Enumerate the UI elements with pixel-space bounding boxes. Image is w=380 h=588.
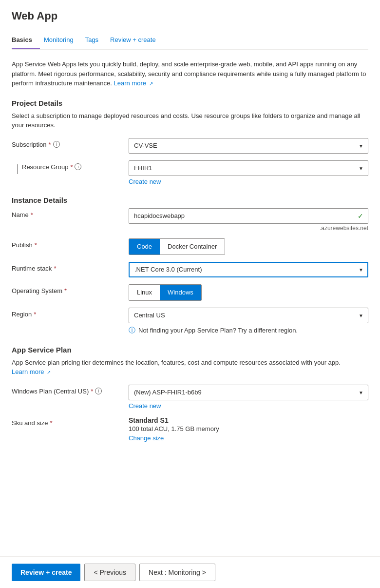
runtime-stack-select[interactable]: .NET Core 3.0 (Current) [129, 262, 368, 277]
os-label: Operating System * [12, 284, 129, 294]
sku-change-size-link[interactable]: Change size [129, 434, 368, 442]
review-create-button[interactable]: Review + create [12, 564, 80, 581]
sku-detail: 100 total ACU, 1.75 GB memory [129, 425, 368, 432]
publish-docker-button[interactable]: Docker Container [160, 239, 225, 255]
publish-code-button[interactable]: Code [129, 239, 160, 255]
subscription-label: Subscription * i [12, 138, 129, 148]
resource-group-row: Resource Group * i FHIR1 ▼ Create new [12, 160, 368, 185]
region-row: Region * Central US ▼ ⓘ Not finding your… [12, 308, 368, 335]
bottom-bar: Review + create < Previous Next : Monito… [0, 556, 380, 588]
resource-group-control: FHIR1 ▼ Create new [129, 160, 368, 185]
intro-learn-more-link[interactable]: Learn more ↗ [114, 79, 153, 87]
windows-plan-label: Windows Plan (Central US) * i [12, 385, 129, 395]
app-service-plan-desc: App Service plan pricing tier determines… [12, 358, 368, 377]
name-input[interactable] [129, 208, 368, 224]
name-row: Name * ✓ .azurewebsites.net [12, 208, 368, 232]
subscription-info-icon[interactable]: i [53, 141, 60, 148]
region-control: Central US ▼ ⓘ Not finding your App Serv… [129, 308, 368, 335]
region-hint: ⓘ Not finding your App Service Plan? Try… [129, 326, 368, 335]
publish-required: * [35, 241, 37, 249]
previous-button[interactable]: < Previous [84, 564, 135, 581]
project-details-title: Project Details [12, 99, 368, 107]
sku-size-label: Sku and size * [12, 416, 129, 427]
tab-review-create[interactable]: Review + create [110, 31, 164, 49]
os-control: Linux Windows [129, 284, 368, 301]
name-input-wrapper: ✓ [129, 208, 368, 224]
sku-title: Standard S1 [129, 416, 368, 424]
external-link-icon: ↗ [149, 80, 153, 87]
runtime-stack-control: .NET Core 3.0 (Current) ▼ [129, 262, 368, 277]
resource-group-select-wrapper: FHIR1 ▼ [129, 160, 368, 176]
name-check-icon: ✓ [358, 212, 363, 220]
tab-monitoring[interactable]: Monitoring [44, 31, 81, 49]
app-service-plan-learn-more-link[interactable]: Learn more ↗ [12, 368, 51, 375]
app-service-plan-title: App Service Plan [12, 346, 368, 354]
resource-group-required: * [70, 163, 73, 171]
name-required: * [31, 211, 33, 218]
resource-group-label-area: Resource Group * i [12, 160, 129, 174]
os-linux-button[interactable]: Linux [129, 285, 160, 300]
os-required: * [64, 287, 67, 294]
resource-group-info-icon[interactable]: i [75, 163, 81, 170]
windows-plan-control: (New) ASP-FHIR1-b6b9 ▼ Create new [129, 385, 368, 410]
windows-plan-info-icon[interactable]: i [95, 388, 102, 394]
sku-size-control: Standard S1 100 total ACU, 1.75 GB memor… [129, 416, 368, 442]
runtime-stack-select-wrapper: .NET Core 3.0 (Current) ▼ [129, 262, 368, 277]
windows-plan-create-new-link[interactable]: Create new [129, 402, 368, 410]
runtime-stack-required: * [54, 265, 56, 272]
windows-plan-row: Windows Plan (Central US) * i (New) ASP-… [12, 385, 368, 410]
publish-label: Publish * [12, 238, 129, 249]
region-label: Region * [12, 308, 129, 318]
region-select-wrapper: Central US ▼ [129, 308, 368, 323]
instance-details-title: Instance Details [12, 196, 368, 204]
resource-group-label: Resource Group * i [22, 163, 81, 171]
os-windows-button[interactable]: Windows [160, 285, 201, 300]
region-info-circle-icon: ⓘ [129, 326, 135, 335]
publish-row: Publish * Code Docker Container [12, 238, 368, 255]
region-select[interactable]: Central US [129, 308, 368, 323]
tabs-bar: Basics Monitoring Tags Review + create [12, 31, 368, 50]
sku-size-row: Sku and size * Standard S1 100 total ACU… [12, 416, 368, 442]
subscription-select-wrapper: CV-VSE ▼ [129, 138, 368, 154]
subscription-control: CV-VSE ▼ [129, 138, 368, 154]
windows-plan-select-wrapper: (New) ASP-FHIR1-b6b9 ▼ [129, 385, 368, 400]
resource-group-create-new-link[interactable]: Create new [129, 178, 368, 185]
app-service-plan-external-link-icon: ↗ [47, 369, 51, 376]
tab-tags[interactable]: Tags [85, 31, 106, 49]
runtime-stack-label: Runtime stack * [12, 262, 129, 272]
subscription-required: * [49, 141, 51, 148]
os-row: Operating System * Linux Windows [12, 284, 368, 301]
publish-control: Code Docker Container [129, 238, 368, 255]
page-title: Web App [12, 10, 368, 22]
resource-group-select[interactable]: FHIR1 [129, 160, 368, 176]
runtime-stack-row: Runtime stack * .NET Core 3.0 (Current) … [12, 262, 368, 277]
windows-plan-required: * [91, 388, 93, 395]
name-suffix: .azurewebsites.net [129, 225, 368, 232]
next-button[interactable]: Next : Monitoring > [139, 564, 215, 581]
subscription-select[interactable]: CV-VSE [129, 138, 368, 154]
os-toggle-group: Linux Windows [129, 284, 202, 301]
name-label: Name * [12, 208, 129, 218]
publish-toggle-group: Code Docker Container [129, 238, 225, 255]
sku-size-required: * [50, 419, 52, 427]
region-required: * [34, 311, 36, 318]
tab-basics[interactable]: Basics [12, 31, 40, 49]
subscription-row: Subscription * i CV-VSE ▼ [12, 138, 368, 154]
name-control: ✓ .azurewebsites.net [129, 208, 368, 232]
intro-text: App Service Web Apps lets you quickly bu… [12, 59, 368, 88]
windows-plan-select[interactable]: (New) ASP-FHIR1-b6b9 [129, 385, 368, 400]
project-details-desc: Select a subscription to manage deployed… [12, 111, 368, 130]
